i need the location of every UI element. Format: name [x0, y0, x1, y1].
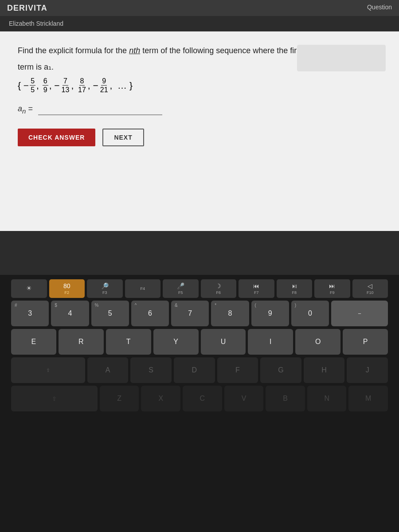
question-part1: Find the explicit formula for the — [18, 46, 129, 55]
key-r-label: R — [78, 338, 84, 346]
key-h[interactable]: H — [304, 357, 345, 383]
key-f[interactable]: F — [217, 357, 258, 383]
brightness-icon2: 80 — [63, 282, 70, 289]
key-m[interactable]: M — [348, 386, 388, 411]
f2-label: F2 — [64, 290, 69, 295]
hash-symbol: # — [15, 303, 17, 308]
key-g[interactable]: G — [260, 357, 301, 383]
key-p[interactable]: P — [343, 329, 388, 355]
question-nth: nth — [129, 46, 140, 55]
key-d[interactable]: D — [174, 357, 215, 383]
user-name: Elizabeth Strickland — [9, 20, 63, 27]
key-i-label: I — [270, 338, 271, 346]
fn-key-f9[interactable]: ⏭ F9 — [314, 279, 350, 298]
key-o-label: O — [315, 338, 321, 346]
key-t[interactable]: T — [106, 329, 151, 355]
key-e[interactable]: E — [11, 329, 56, 355]
answer-row: an = — [18, 103, 381, 115]
f7-label: F7 — [254, 290, 259, 295]
key-shift-left[interactable]: ⇧ — [11, 386, 98, 411]
letter-row-ertyuiop: E R T Y U I O P — [9, 329, 390, 355]
key-p-label: P — [363, 338, 368, 346]
key-y-label: Y — [173, 338, 178, 346]
f9-label: F9 — [330, 290, 335, 295]
key-4[interactable]: $ 4 — [51, 301, 89, 326]
key-6[interactable]: ^ 6 — [131, 301, 169, 326]
key-b[interactable]: B — [266, 386, 305, 411]
f3-label: F3 — [102, 290, 107, 295]
fn-key-f1[interactable]: ☀ — [11, 279, 47, 298]
user-bar: Elizabeth Strickland — [0, 16, 399, 31]
key-8[interactable]: * 8 — [211, 301, 249, 326]
key-7[interactable]: & 7 — [171, 301, 209, 326]
button-row: CHECK ANSWER NEXT — [18, 129, 381, 146]
key-i[interactable]: I — [248, 329, 293, 355]
fn-key-f2[interactable]: 80 F2 — [49, 279, 85, 298]
key-0-label: 0 — [308, 309, 312, 317]
key-9[interactable]: ( 9 — [251, 301, 289, 326]
question-label: Question — [367, 4, 392, 11]
ampersand-symbol: & — [175, 303, 178, 308]
key-8-label: 8 — [228, 309, 232, 317]
dollar-symbol: $ — [55, 303, 57, 308]
play-pause-icon: ⏯ — [291, 282, 297, 289]
key-x[interactable]: X — [141, 386, 180, 411]
screen: DERIVITA Question Elizabeth Strickland F… — [0, 0, 399, 275]
dash-label: − — [358, 310, 361, 317]
key-o[interactable]: O — [295, 329, 340, 355]
letter-row-asdf: ⇪ A S D F G H J — [9, 357, 390, 383]
key-e-label: E — [31, 338, 36, 346]
fn-key-f3[interactable]: 🔎 F3 — [87, 279, 123, 298]
key-u[interactable]: U — [201, 329, 246, 355]
fn-key-f10[interactable]: ◁ F10 — [352, 279, 388, 298]
f8-label: F8 — [292, 290, 297, 295]
f6-label: F6 — [216, 290, 221, 295]
check-answer-button[interactable]: CHECK ANSWER — [18, 129, 95, 146]
fn-key-f5[interactable]: 🎤 F5 — [163, 279, 199, 298]
key-v[interactable]: V — [224, 386, 264, 411]
key-t-label: T — [126, 338, 131, 346]
key-u-label: U — [221, 338, 226, 346]
key-y[interactable]: Y — [153, 329, 199, 355]
app-logo: DERIVITA — [7, 4, 47, 13]
fn-key-f4[interactable]: F4 — [125, 279, 161, 298]
key-7-label: 7 — [188, 309, 192, 317]
key-j[interactable]: J — [347, 357, 388, 383]
f5-label: F5 — [178, 290, 183, 295]
answer-input[interactable] — [38, 103, 162, 115]
letter-row-zxcv: ⇧ Z X C V B N M — [9, 386, 390, 411]
next-button[interactable]: NEXT — [102, 129, 144, 146]
key-9-label: 9 — [268, 309, 272, 317]
fn-key-f7[interactable]: ⏮ F7 — [239, 279, 274, 298]
volume-down-icon: ◁ — [368, 282, 372, 289]
number-key-row: # 3 $ 4 % 5 ^ 6 & 7 * 8 ( 9 ) 0 — [9, 301, 390, 326]
key-r[interactable]: R — [59, 329, 104, 355]
key-c[interactable]: C — [183, 386, 222, 411]
fn-key-f6[interactable]: ☽ F6 — [201, 279, 237, 298]
fn-key-f8[interactable]: ⏯ F8 — [277, 279, 313, 298]
caret-symbol: ^ — [135, 303, 137, 308]
key-n[interactable]: N — [307, 386, 347, 411]
top-bar: DERIVITA Question — [0, 0, 399, 16]
content-area: Find the explicit formula for the nth te… — [0, 31, 399, 231]
keyboard: ☀ 80 F2 🔎 F3 F4 🎤 F5 ☽ F6 ⏮ F7 ⏯ F8 — [0, 275, 399, 532]
key-4-label: 4 — [68, 309, 72, 317]
brightness-icon: ☀ — [26, 285, 32, 292]
key-z[interactable]: Z — [100, 386, 139, 411]
key-3[interactable]: # 3 — [11, 301, 49, 326]
f10-label: F10 — [367, 290, 374, 295]
f4-label: F4 — [140, 286, 145, 291]
search-f3-icon: 🔎 — [101, 282, 109, 289]
key-s[interactable]: S — [130, 357, 172, 383]
key-5-label: 5 — [108, 309, 112, 317]
rewind-icon: ⏮ — [253, 282, 259, 289]
caps-label: ⇪ — [46, 368, 50, 373]
asterisk-symbol: * — [215, 303, 216, 308]
key-5[interactable]: % 5 — [91, 301, 129, 326]
key-0[interactable]: ) 0 — [291, 301, 329, 326]
key-a[interactable]: A — [87, 357, 129, 383]
key-dash[interactable]: − — [331, 301, 388, 326]
fast-forward-icon: ⏭ — [329, 282, 335, 289]
percent-symbol: % — [95, 303, 99, 308]
key-caps[interactable]: ⇪ — [11, 357, 85, 383]
